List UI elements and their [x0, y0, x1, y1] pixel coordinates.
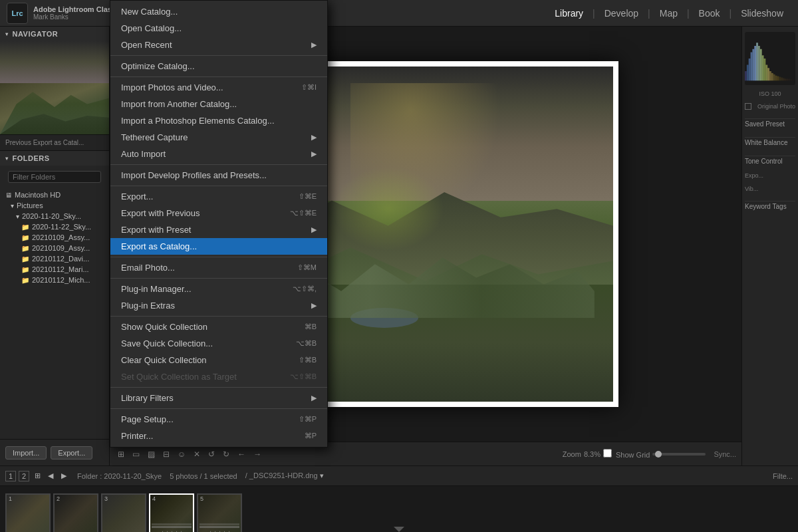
menu-show-quick-collection[interactable]: Show Quick Collection ⌘B [110, 319, 327, 335]
menu-optimize-catalog[interactable]: Optimize Catalog... [110, 58, 327, 74]
menu-import-develop[interactable]: Import Develop Profiles and Presets... [110, 167, 327, 184]
menu-export[interactable]: Export... ⇧⌘E [110, 188, 327, 205]
menu-sep-7 [110, 316, 327, 317]
menu-tethered-capture[interactable]: Tethered Capture ▶ [110, 129, 327, 146]
menu-open-catalog[interactable]: Open Catalog... [110, 20, 327, 37]
menu-import-another[interactable]: Import from Another Catalog... [110, 96, 327, 112]
menu-sep-8 [110, 387, 327, 388]
menu-set-quick-collection-target: Set Quick Collection as Target ⌥⇧⌘B [110, 368, 327, 385]
menu-open-recent[interactable]: Open Recent ▶ [110, 37, 327, 53]
menu-auto-import[interactable]: Auto Import ▶ [110, 146, 327, 162]
menu-clear-quick-collection[interactable]: Clear Quick Collection ⇧⌘B [110, 352, 327, 368]
menu-export-previous[interactable]: Export with Previous ⌥⇧⌘E [110, 205, 327, 221]
menu-library-filters[interactable]: Library Filters ▶ [110, 390, 327, 406]
menu-sep-2 [110, 76, 327, 77]
menu-sep-5 [110, 257, 327, 257]
menu-sep-3 [110, 164, 327, 165]
menu-plugin-manager[interactable]: Plug-in Manager... ⌥⇧⌘, [110, 281, 327, 297]
menu-sep-9 [110, 408, 327, 409]
menu-plugin-extras[interactable]: Plug-in Extras ▶ [110, 297, 327, 314]
menu-email-photo[interactable]: Email Photo... ⇧⌘M [110, 259, 327, 276]
menu-overlay[interactable]: New Catalog... Open Catalog... Open Rece… [0, 0, 798, 532]
menu-new-catalog[interactable]: New Catalog... [110, 3, 327, 20]
menu-printer[interactable]: Printer... ⌘P [110, 428, 327, 444]
menu-sep-1 [110, 55, 327, 56]
menu-export-catalog[interactable]: Export as Catalog... [110, 238, 327, 255]
menu-export-preset[interactable]: Export with Preset ▶ [110, 221, 327, 238]
menu-page-setup[interactable]: Page Setup... ⇧⌘P [110, 411, 327, 428]
menu-import-photos[interactable]: Import Photos and Video... ⇧⌘I [110, 79, 327, 96]
menu-import-photoshop[interactable]: Import a Photoshop Elements Catalog... [110, 112, 327, 129]
menu-save-quick-collection[interactable]: Save Quick Collection... ⌥⌘B [110, 335, 327, 352]
file-menu: New Catalog... Open Catalog... Open Rece… [110, 0, 328, 448]
menu-sep-4 [110, 186, 327, 186]
menu-sep-6 [110, 278, 327, 279]
